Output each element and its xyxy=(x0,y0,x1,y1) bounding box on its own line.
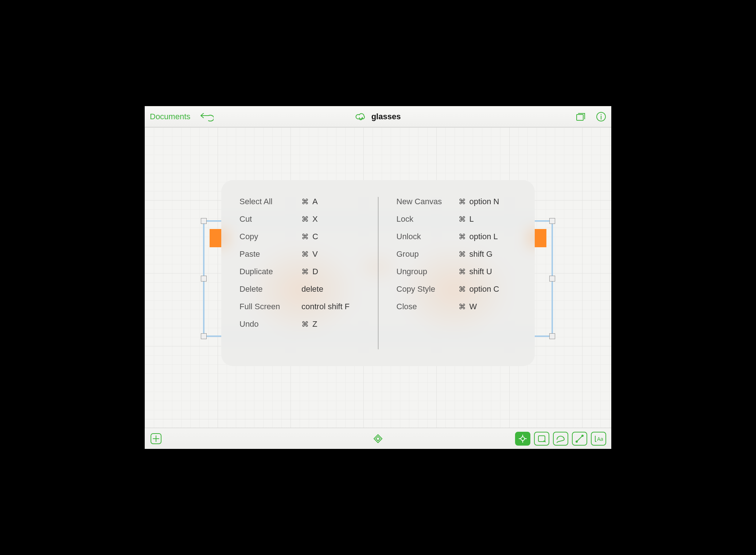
resize-handle-mid-right[interactable] xyxy=(549,276,555,282)
shortcut-label: Full Screen xyxy=(239,302,301,311)
shortcut-key-text: A xyxy=(312,197,318,206)
shortcut-key-text: D xyxy=(312,267,318,276)
shape-tool[interactable] xyxy=(534,432,549,446)
command-icon: ⌘ xyxy=(301,320,309,329)
command-icon: ⌘ xyxy=(459,197,466,206)
shortcut-keys: ⌘D xyxy=(301,267,318,276)
shortcut-keys: ⌘option N xyxy=(459,197,499,206)
command-icon: ⌘ xyxy=(301,250,309,259)
canvases-icon[interactable] xyxy=(576,112,586,121)
shortcut-label: Group xyxy=(397,249,459,259)
shortcut-row: Group⌘shift G xyxy=(397,249,517,259)
command-icon: ⌘ xyxy=(301,232,309,241)
shortcut-row: Ungroup⌘shift U xyxy=(397,267,517,276)
freehand-tool[interactable] xyxy=(553,432,568,446)
command-icon: ⌘ xyxy=(301,267,309,276)
shortcut-row: Deletedelete xyxy=(239,284,360,294)
documents-button[interactable]: Documents xyxy=(150,112,190,121)
shortcut-row: Copy Style⌘option C xyxy=(397,284,517,294)
shortcut-key-text: control shift F xyxy=(301,302,350,311)
shortcut-key-text: L xyxy=(469,214,474,224)
info-icon[interactable] xyxy=(596,112,606,122)
keyboard-shortcuts-panel: Select All⌘ACut⌘XCopy⌘CPaste⌘VDuplicate⌘… xyxy=(221,180,535,366)
top-toolbar: Documents glasses xyxy=(145,106,611,127)
shortcut-key-text: shift U xyxy=(469,267,492,276)
shortcut-row: Copy⌘C xyxy=(239,232,360,241)
document-title: glasses xyxy=(371,112,401,121)
shortcut-keys: ⌘X xyxy=(301,214,318,224)
shortcut-key-text: shift G xyxy=(469,249,493,259)
command-icon: ⌘ xyxy=(459,267,466,276)
command-icon: ⌘ xyxy=(459,302,466,311)
shortcut-label: Close xyxy=(397,302,459,311)
app-window: Documents glasses xyxy=(145,106,611,449)
shortcut-keys: ⌘Z xyxy=(301,319,317,329)
shortcut-label: Cut xyxy=(239,214,301,224)
command-icon: ⌘ xyxy=(301,215,309,224)
bottom-toolbar: Aa xyxy=(145,428,611,449)
shortcut-label: Lock xyxy=(397,214,459,224)
shortcut-row: Full Screencontrol shift F xyxy=(239,302,360,311)
shortcut-label: Copy Style xyxy=(397,284,459,294)
svg-point-7 xyxy=(582,435,583,436)
undo-icon[interactable] xyxy=(199,112,214,121)
shortcut-row: Duplicate⌘D xyxy=(239,267,360,276)
resize-handle-mid-left[interactable] xyxy=(201,276,207,282)
shortcut-key-text: Z xyxy=(312,319,317,329)
shortcut-keys: ⌘option C xyxy=(459,284,499,294)
shortcut-keys: ⌘A xyxy=(301,197,318,206)
shortcut-key-text: X xyxy=(312,214,318,224)
svg-point-2 xyxy=(601,114,601,115)
shortcut-label: Select All xyxy=(239,197,301,206)
command-icon: ⌘ xyxy=(459,285,466,294)
shortcut-label: Delete xyxy=(239,284,301,294)
shortcut-key-text: W xyxy=(469,302,477,311)
command-icon: ⌘ xyxy=(459,215,466,224)
svg-rect-0 xyxy=(577,115,583,120)
shortcut-key-text: option C xyxy=(469,284,499,294)
shortcut-keys: ⌘shift G xyxy=(459,249,493,259)
shortcut-keys: delete xyxy=(301,284,323,294)
select-tool[interactable] xyxy=(515,432,530,446)
shortcut-key-text: V xyxy=(312,249,318,259)
shortcut-keys: control shift F xyxy=(301,302,350,311)
svg-point-6 xyxy=(576,441,577,442)
shortcut-row: Undo⌘Z xyxy=(239,319,360,329)
shortcut-label: Undo xyxy=(239,319,301,329)
resize-handle-bottom-right[interactable] xyxy=(549,333,555,339)
shortcut-row: Unlock⌘option L xyxy=(397,232,517,241)
line-tool[interactable] xyxy=(572,432,587,446)
resize-handle-bottom-left[interactable] xyxy=(201,333,207,339)
shortcut-row: Cut⌘X xyxy=(239,214,360,224)
shortcut-keys: ⌘shift U xyxy=(459,267,492,276)
command-icon: ⌘ xyxy=(459,232,466,241)
svg-point-4 xyxy=(521,437,525,440)
shortcut-row: Lock⌘L xyxy=(397,214,517,224)
diamond-center-icon[interactable] xyxy=(373,434,383,443)
shortcut-row: New Canvas⌘option N xyxy=(397,197,517,206)
shortcut-key-text: option L xyxy=(469,232,498,241)
shortcut-label: Unlock xyxy=(397,232,459,241)
shortcut-keys: ⌘option L xyxy=(459,232,498,241)
resize-handle-top-right[interactable] xyxy=(549,218,555,224)
shortcut-keys: ⌘L xyxy=(459,214,474,224)
canvas[interactable]: Select All⌘ACut⌘XCopy⌘CPaste⌘VDuplicate⌘… xyxy=(145,127,611,428)
shortcut-keys: ⌘V xyxy=(301,249,318,259)
shortcut-keys: ⌘C xyxy=(301,232,318,241)
shortcut-row: Select All⌘A xyxy=(239,197,360,206)
shortcut-row: Close⌘W xyxy=(397,302,517,311)
shortcut-key-text: delete xyxy=(301,284,323,294)
command-icon: ⌘ xyxy=(459,250,466,259)
shortcut-key-text: option N xyxy=(469,197,499,206)
shortcut-keys: ⌘W xyxy=(459,302,477,311)
cloud-sync-icon[interactable] xyxy=(355,112,366,121)
shortcut-key-text: C xyxy=(312,232,318,241)
shortcut-row: Paste⌘V xyxy=(239,249,360,259)
shortcut-label: New Canvas xyxy=(397,197,459,206)
text-tool[interactable]: Aa xyxy=(591,432,606,446)
shortcut-label: Copy xyxy=(239,232,301,241)
resize-handle-top-left[interactable] xyxy=(201,218,207,224)
svg-text:Aa: Aa xyxy=(597,436,603,442)
add-button[interactable] xyxy=(150,432,162,445)
shortcut-label: Duplicate xyxy=(239,267,301,276)
